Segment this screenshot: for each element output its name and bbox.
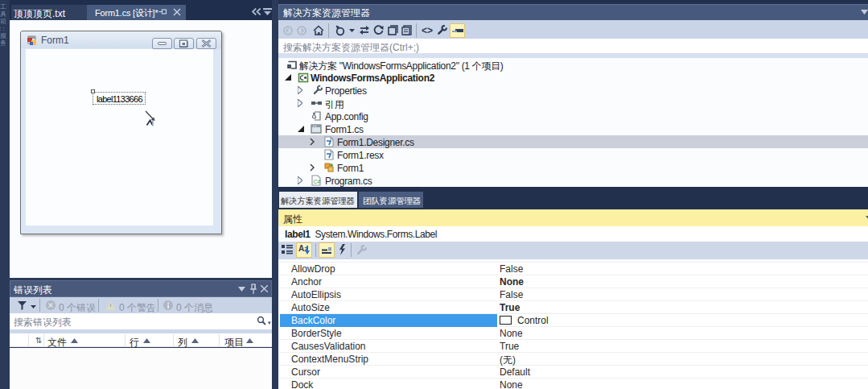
svg-text:C#: C# [314,179,321,184]
